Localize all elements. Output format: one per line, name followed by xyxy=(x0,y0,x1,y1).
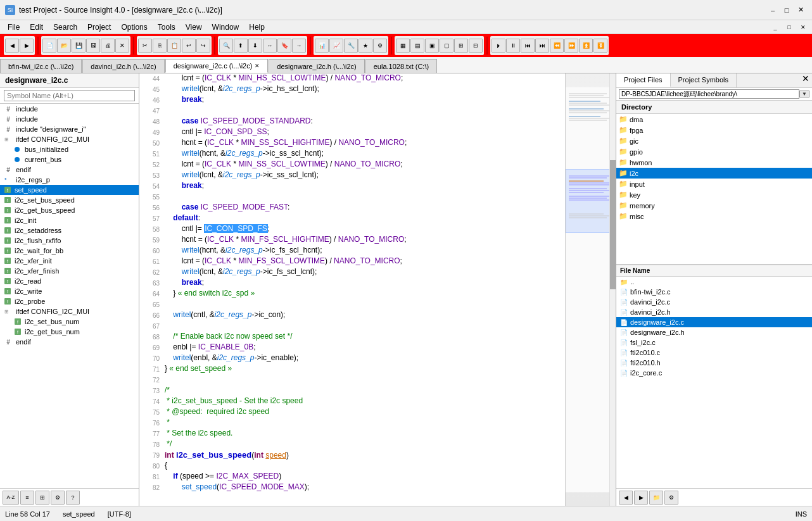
minimap-scrollthumb[interactable] xyxy=(610,160,616,290)
tree-item[interactable]: ⊞ifdef CONFIG_I2C_MUI xyxy=(0,134,139,144)
right-btn5[interactable]: ⏪ xyxy=(550,39,564,53)
forward-button[interactable]: ▶ xyxy=(20,39,34,53)
right-btn6[interactable]: ⏩ xyxy=(564,39,578,53)
code-line[interactable]: 54 break; xyxy=(139,181,565,192)
tree-item[interactable]: ⊞ifdef CONFIG_I2C_MUI xyxy=(0,306,139,317)
tree-item[interactable]: bus_initialized xyxy=(0,144,139,154)
tree-item[interactable]: fi2c_read xyxy=(0,276,139,286)
search-button[interactable]: 🔍 xyxy=(219,39,233,53)
tree-item[interactable]: fi2c_get_bus_num xyxy=(0,327,139,337)
right-btn3[interactable]: ⏮ xyxy=(521,39,535,53)
tree-item[interactable]: *i2c_regs_p xyxy=(0,175,139,185)
code-line[interactable]: 47 xyxy=(139,106,565,116)
tree-item[interactable]: fi2c_xfer_init xyxy=(0,256,139,266)
dir-item[interactable]: 📁misc xyxy=(616,211,812,222)
back-button[interactable]: ◀ xyxy=(5,39,19,53)
file-item[interactable]: 📄bfin-twi_i2c.c xyxy=(616,287,812,297)
project-btn2[interactable]: 📈 xyxy=(329,39,343,53)
file-item[interactable]: 📄designware_i2c.c xyxy=(616,317,812,327)
paste-button[interactable]: 📋 xyxy=(167,39,181,53)
code-line[interactable]: 82 set_speed(IC_SPEED_MODE_MAX); xyxy=(139,482,565,493)
file-item[interactable]: 📄davinci_i2c.c xyxy=(616,297,812,307)
tree-item[interactable]: #endif xyxy=(0,337,139,347)
code-line[interactable]: 46 break; xyxy=(139,95,565,106)
tab-eula[interactable]: eula.1028.txt (C:\) xyxy=(365,59,437,73)
dir-item[interactable]: 📁dma xyxy=(616,114,812,125)
tab-davinci-h[interactable]: davinci_i2c.h (\...\i2c) xyxy=(82,59,164,73)
settings-button[interactable]: ⚙ xyxy=(51,491,65,505)
bookmark-button[interactable]: 🔖 xyxy=(277,39,291,53)
file-list[interactable]: 📁..📄bfin-twi_i2c.c📄davinci_i2c.c📄davinci… xyxy=(616,277,812,488)
tree-item[interactable]: #include "designware_i" xyxy=(0,124,139,134)
new-button[interactable]: 📄 xyxy=(42,39,56,53)
sort-button[interactable]: ≡ xyxy=(20,491,34,505)
file-item[interactable]: 📄designware_i2c.h xyxy=(616,327,812,337)
directory-tree[interactable]: 📁dma📁fpga📁gic📁gpio📁hwmon📁i2c📁input📁key📁m… xyxy=(616,114,812,265)
menu-search[interactable]: Search xyxy=(48,22,82,33)
code-line[interactable]: 71} « end set_speed » xyxy=(139,364,565,375)
dir-item[interactable]: 📁key xyxy=(616,189,812,200)
right-btn8[interactable]: ⏬ xyxy=(593,39,607,53)
help-symbol-button[interactable]: ? xyxy=(66,491,80,505)
code-line[interactable]: 45 writel(lcnt, &i2c_regs_p->ic_hs_scl_l… xyxy=(139,84,565,95)
code-line[interactable]: 49 cntl |= IC_CON_SPD_SS; xyxy=(139,127,565,138)
menu-edit[interactable]: Edit xyxy=(25,22,48,33)
menu-tools[interactable]: Tools xyxy=(153,22,181,33)
copy-button[interactable]: ⎘ xyxy=(153,39,167,53)
code-line[interactable]: 78 */ xyxy=(139,439,565,450)
tree-item[interactable]: fset_speed xyxy=(0,185,139,195)
tab-bfin[interactable]: bfin-twi_i2c.c (\...\i2c) xyxy=(0,59,82,73)
toolbar-minimize[interactable]: _ xyxy=(769,21,782,34)
project-btn3[interactable]: 🔧 xyxy=(344,39,358,53)
file-item[interactable]: 📄i2c_core.c xyxy=(616,368,812,378)
code-line[interactable]: 67 xyxy=(139,321,565,332)
open-button[interactable]: 📂 xyxy=(57,39,71,53)
tree-item[interactable]: #include xyxy=(0,114,139,124)
code-line[interactable]: 60 writel(hcnt, &i2c_regs_p->ic_fs_scl_h… xyxy=(139,246,565,256)
right-btn2[interactable]: ⏸ xyxy=(506,39,520,53)
menu-window[interactable]: Window xyxy=(207,22,244,33)
redo-button[interactable]: ↪ xyxy=(196,39,210,53)
extra-btn6[interactable]: ⊟ xyxy=(469,39,483,53)
dir-item[interactable]: 📁fpga xyxy=(616,125,812,135)
tree-item[interactable]: #endif xyxy=(0,165,139,175)
dir-item[interactable]: 📁i2c xyxy=(616,168,812,179)
project-btn4[interactable]: ★ xyxy=(358,39,372,53)
code-line[interactable]: 77 * Set the i2c speed. xyxy=(139,429,565,439)
toolbar-close[interactable]: ✕ xyxy=(797,21,809,34)
project-btn5[interactable]: ⚙ xyxy=(373,39,387,53)
dir-item[interactable]: 📁input xyxy=(616,179,812,189)
rp-btn2[interactable]: ▶ xyxy=(634,491,648,505)
menu-help[interactable]: Help xyxy=(244,22,270,33)
code-line[interactable]: 70 writel(enbl, &i2c_regs_p->ic_enable); xyxy=(139,353,565,364)
az-button[interactable]: A-Z xyxy=(3,491,19,505)
dir-item[interactable]: 📁hwmon xyxy=(616,157,812,168)
code-line[interactable]: 44 lcnt = (IC_CLK * MIN_HS_SCL_LOWTIME) … xyxy=(139,73,565,84)
code-line[interactable]: 57 default: xyxy=(139,213,565,224)
code-line[interactable]: 72 xyxy=(139,375,565,386)
toolbar-restore[interactable]: □ xyxy=(783,21,796,34)
project-btn1[interactable]: 📊 xyxy=(315,39,329,53)
tab-designware-h[interactable]: designware_i2c.h (\...\i2c) xyxy=(269,59,364,73)
code-line[interactable]: 65 xyxy=(139,299,565,310)
extra-btn4[interactable]: ▢ xyxy=(440,39,454,53)
code-line[interactable]: 79int i2c_set_bus_speed(int speed) xyxy=(139,450,565,461)
code-line[interactable]: 73/* xyxy=(139,386,565,396)
code-line[interactable]: 50 hcnt = (IC_CLK * MIN_SS_SCL_HIGHTIME)… xyxy=(139,138,565,149)
extra-btn2[interactable]: ▤ xyxy=(410,39,424,53)
menu-view[interactable]: View xyxy=(181,22,207,33)
code-line[interactable]: 59 hcnt = (IC_CLK * MIN_FS_SCL_HIGHTIME)… xyxy=(139,235,565,246)
right-panel-close[interactable]: ✕ xyxy=(799,73,812,87)
file-item[interactable]: 📄davinci_i2c.h xyxy=(616,307,812,317)
tree-item[interactable]: fi2c_write xyxy=(0,286,139,296)
close-file-button[interactable]: ✕ xyxy=(115,39,129,53)
rp-btn4[interactable]: ⚙ xyxy=(664,491,678,505)
dir-dropdown[interactable]: ▼ xyxy=(799,91,809,97)
menu-file[interactable]: File xyxy=(3,22,25,33)
code-line[interactable]: 75 * @speed: required i2c speed xyxy=(139,407,565,418)
code-line[interactable]: 69 enbl |= IC_ENABLE_0B; xyxy=(139,342,565,353)
code-line[interactable]: 64 } « end switch i2c_spd » xyxy=(139,289,565,299)
extra-btn3[interactable]: ▣ xyxy=(425,39,439,53)
minimize-button[interactable]: – xyxy=(766,4,779,16)
code-line[interactable]: 66 writel(cntl, &i2c_regs_p->ic_con); xyxy=(139,310,565,321)
